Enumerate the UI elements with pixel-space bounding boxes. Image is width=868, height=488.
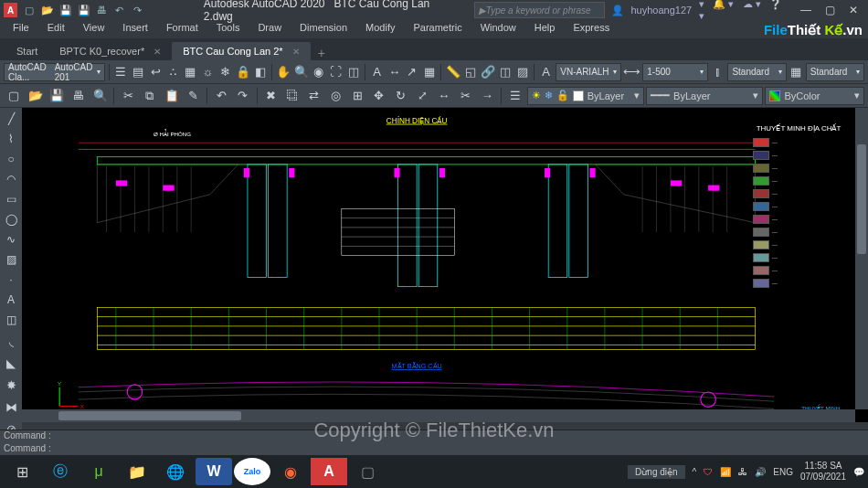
chamfer-icon[interactable]: ◣ [1,353,21,373]
laycolor-icon[interactable]: ◧ [252,62,268,82]
undo-icon[interactable]: ↶ [113,4,125,16]
menu-help[interactable]: Help [525,20,565,38]
start-button[interactable]: ⊞ [4,458,40,485]
layers-icon[interactable]: ☰ [113,62,129,82]
circle-icon[interactable]: ○ [1,150,21,168]
array-icon[interactable]: ⊞ [347,86,367,106]
layermgr2-icon[interactable]: ☰ [505,86,525,106]
plot2-icon[interactable]: 🖶 [69,86,89,106]
block2-icon[interactable]: ◫ [1,311,21,329]
redo2-icon[interactable]: ↷ [233,86,253,106]
tab-start[interactable]: Start [5,42,48,60]
layer-combo[interactable]: ☀❄🔓 ByLayer▾ [527,87,644,105]
layerprop-icon[interactable]: ▤ [131,62,146,82]
ie-icon[interactable]: ⓔ [42,458,79,485]
zoomwin-icon[interactable]: ◫ [345,62,361,82]
extend-icon[interactable]: → [477,86,497,106]
layoff-icon[interactable]: ☼ [200,62,216,82]
tablestyle-icon[interactable]: ▦ [789,62,804,82]
dimstyle-combo[interactable]: Standard▾ [727,63,786,81]
menu-file[interactable]: File [4,20,38,38]
drawing-canvas[interactable]: CHÍNH DIỆN CẦU Ø HẢI PHÒNG [22,108,868,422]
user-menu[interactable]: 👤 huyhoang127 ▾ 🔔 ▾ ☁ ▾ ❔ ▾ [611,0,783,22]
linetype-combo[interactable]: ━━━ByLayer▾ [646,87,763,105]
copy-icon[interactable]: ⧉ [140,86,160,106]
trim-icon[interactable]: ✂ [456,86,476,106]
leader-icon[interactable]: ↗ [404,62,419,82]
color-combo[interactable]: ByColor▾ [765,87,864,105]
pan-icon[interactable]: ✋ [276,62,291,82]
zoomext-icon[interactable]: ⛶ [328,62,344,82]
dim-icon[interactable]: ↔ [386,62,402,82]
layiso-icon[interactable]: ▦ [183,62,198,82]
new-icon[interactable]: ▢ [23,4,35,16]
save-icon[interactable]: 💾 [59,4,72,16]
menu-tools[interactable]: Tools [207,20,249,38]
scale-icon[interactable]: ⤢ [412,86,432,106]
orbit-icon[interactable]: ◉ [311,62,326,82]
redo-icon[interactable]: ↷ [131,4,143,16]
point-icon[interactable]: · [1,271,21,289]
tab-current[interactable]: BTC Cau Cong Lan 2*✕ [172,42,310,60]
layerprev-icon[interactable]: ↩ [148,62,164,82]
zoom-icon[interactable]: 🔍 [293,62,309,82]
menu-express[interactable]: Express [564,20,619,38]
tray-net-icon[interactable]: 🖧 [738,467,747,477]
xref-icon[interactable]: 🔗 [480,62,495,82]
plot-icon[interactable]: 🖶 [96,4,108,16]
match-icon[interactable]: ✎ [183,86,203,106]
word-icon[interactable]: W [196,458,232,485]
scale-combo[interactable]: 1-500▾ [642,63,708,81]
open-icon[interactable]: 📂 [41,4,54,16]
ellipse-icon[interactable]: ◯ [1,210,21,228]
vertical-scrollbar[interactable] [855,108,868,409]
line-icon[interactable]: ╱ [1,110,21,128]
block-icon[interactable]: ◫ [497,62,513,82]
max-button[interactable]: ▢ [819,2,841,18]
tab-recover[interactable]: BPTC K0_recover*✕ [48,42,172,60]
menu-draw[interactable]: Draw [249,20,291,38]
area-icon[interactable]: ◱ [462,62,478,82]
menu-edit[interactable]: Edit [38,20,74,38]
fillet-icon[interactable]: ◟ [1,331,21,351]
layfrz-icon[interactable]: ❄ [217,62,233,82]
close-button[interactable]: ✕ [842,2,864,18]
stretch-icon[interactable]: ↔ [434,86,454,106]
laylock-icon[interactable]: 🔒 [235,62,250,82]
rotate-icon[interactable]: ↻ [391,86,411,106]
text-icon[interactable]: A [1,291,21,309]
tray-sound-icon[interactable]: 🔊 [755,467,766,477]
offset-icon[interactable]: ◎ [326,86,346,106]
utorrent-icon[interactable]: μ [80,458,117,485]
textstyle-icon[interactable]: A [538,62,554,82]
tray-lang[interactable]: ENG [773,467,793,477]
tray-shield-icon[interactable]: 🛡 [704,467,713,477]
menu-insert[interactable]: Insert [113,20,157,38]
font-combo[interactable]: VN-ARIALH▾ [556,63,621,81]
menu-dimension[interactable]: Dimension [291,20,356,38]
new2-icon[interactable]: ▢ [4,86,24,106]
tray-clock[interactable]: 11:58 SA07/09/2021 [800,461,846,483]
tray-chevron-icon[interactable]: ^ [693,467,697,477]
explorer-icon[interactable]: 📁 [119,458,155,485]
zalo-icon[interactable]: Zalo [234,458,270,485]
mtext-icon[interactable]: A [369,62,385,82]
min-button[interactable]: — [795,2,817,18]
close-icon[interactable]: ✕ [153,47,161,57]
save2-icon[interactable]: 💾 [47,86,67,106]
menu-parametric[interactable]: Parametric [404,20,471,38]
open2-icon[interactable]: 📂 [26,86,46,106]
layerstate-icon[interactable]: ⛬ [165,62,181,82]
join-icon[interactable]: ⧓ [1,397,21,417]
spline-icon[interactable]: ∿ [1,230,21,249]
saveas-icon[interactable]: 💾 [78,4,90,16]
tablestyle-combo[interactable]: Standard▾ [806,63,864,81]
tray-button[interactable]: Dừng điện [628,465,684,479]
cut-icon[interactable]: ✂ [118,86,138,106]
app2-icon[interactable]: ▢ [349,458,386,485]
move-icon[interactable]: ✥ [369,86,389,106]
dimscale-icon[interactable]: ⟷ [623,62,640,82]
paste-icon[interactable]: 📋 [162,86,182,106]
explode-icon[interactable]: ✸ [1,375,21,395]
undo2-icon[interactable]: ↶ [211,86,231,106]
